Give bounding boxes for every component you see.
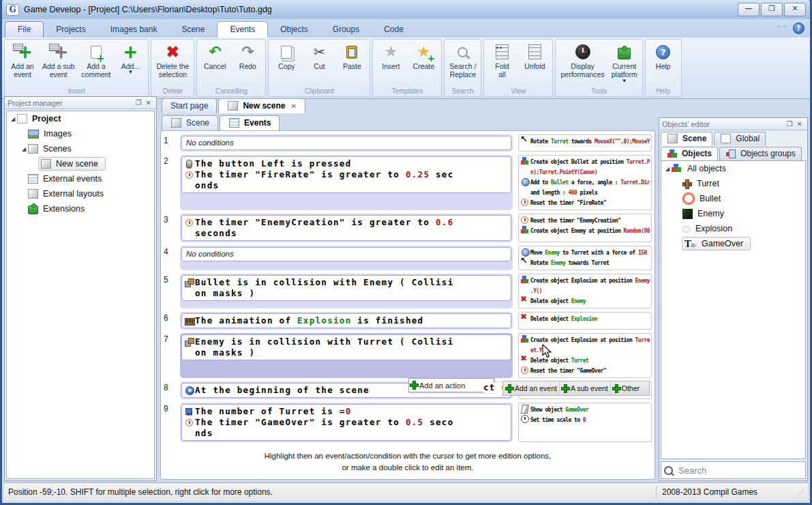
ribbon-button-help[interactable]: ?Help bbox=[647, 41, 680, 70]
tree-item-scenes[interactable]: ◢Scenes bbox=[7, 141, 154, 156]
ribbon-tab-groups[interactable]: Groups bbox=[320, 22, 372, 38]
event-condition[interactable]: The timer "EnemyCreation" is greater to … bbox=[185, 217, 508, 239]
tree-item-images[interactable]: Images bbox=[7, 126, 154, 141]
event-action[interactable]: Delete object Explosion bbox=[520, 314, 650, 324]
resize-grip[interactable]: ⋰ bbox=[798, 489, 808, 495]
tree-item-bullet[interactable]: Bullet bbox=[661, 191, 805, 206]
objects-search[interactable] bbox=[661, 461, 806, 479]
event-condition[interactable]: At the beginning of the scene bbox=[185, 385, 508, 396]
ribbon-tab-code[interactable]: Code bbox=[372, 22, 416, 38]
tree-item-external-events[interactable]: External events bbox=[7, 171, 154, 186]
tree-item-new-scene[interactable]: New scene bbox=[7, 156, 154, 171]
event-action[interactable]: Rotate Enemy towards Turret bbox=[520, 258, 650, 268]
event-actions[interactable]: Move Enemy to Turret with a force of 150… bbox=[518, 246, 652, 270]
ribbon-button-cancel[interactable]: ↶Cancel bbox=[198, 41, 231, 70]
ribbon-tab-objects[interactable]: Objects bbox=[268, 22, 320, 38]
ribbon-tab-events[interactable]: Events bbox=[217, 21, 268, 38]
tree-item-enemy[interactable]: Enemy bbox=[661, 206, 805, 221]
event-action[interactable]: Reset the timer "FireRate" bbox=[520, 198, 650, 208]
ribbon-button-fold-all[interactable]: Fold all bbox=[485, 41, 518, 79]
document-tab-new-scene[interactable]: New scene✕ bbox=[218, 98, 305, 113]
event-action[interactable]: Delete object Turret bbox=[520, 356, 650, 366]
conditions-box[interactable]: The number of Turret is =0The timer "Gam… bbox=[181, 404, 511, 441]
event-conditions[interactable]: At the beginning of the scene bbox=[180, 381, 513, 399]
conditions-box[interactable]: Enemy is in collision with Turret ( Coll… bbox=[181, 334, 511, 360]
ribbon-button-redo[interactable]: ↷Redo bbox=[231, 41, 264, 70]
tab-global[interactable]: Global bbox=[714, 132, 766, 145]
event-actions[interactable]: Create object Explosion at position Turr… bbox=[518, 333, 652, 378]
close-tab-icon[interactable]: ✕ bbox=[290, 102, 296, 110]
ribbon-button-delete-the-selection[interactable]: ✖Delete the selection bbox=[153, 41, 192, 79]
ribbon-button-search-replace[interactable]: Search / Replace bbox=[446, 41, 479, 79]
editor-tab-scene[interactable]: Scene bbox=[162, 115, 218, 130]
ribbon-button-insert[interactable]: ★Insert bbox=[374, 41, 407, 70]
collapse-ribbon-icon[interactable]: ⌃⌃ bbox=[776, 25, 787, 32]
tree-item-turret[interactable]: Turret bbox=[661, 176, 805, 191]
search-input[interactable] bbox=[677, 465, 802, 476]
event-action[interactable]: Set time scale to 0 bbox=[520, 415, 650, 425]
event-condition[interactable]: The number of Turret is =0 bbox=[185, 406, 508, 417]
conditions-box[interactable]: Bullet is in collision with Enemy ( Coll… bbox=[181, 275, 511, 301]
event-conditions[interactable]: No conditions bbox=[180, 246, 513, 270]
event-condition[interactable]: Bullet is in collision with Enemy ( Coll… bbox=[185, 277, 508, 299]
ribbon-button-add-a-sub-event[interactable]: +Add a sub event bbox=[39, 41, 78, 79]
event-action[interactable]: Delete object Enemy bbox=[520, 296, 650, 306]
expander-icon[interactable]: ◢ bbox=[10, 116, 16, 122]
ribbon-tab-images-bank[interactable]: Images bank bbox=[98, 22, 170, 38]
event-conditions[interactable]: The timer "EnemyCreation" is greater to … bbox=[180, 214, 513, 242]
ribbon-button-paste[interactable]: Paste bbox=[335, 41, 368, 70]
tree-item-explosion[interactable]: Explosion bbox=[661, 221, 805, 236]
event-action[interactable]: Add to Bullet a force, angle : Turret.Di… bbox=[520, 177, 650, 198]
conditions-box[interactable]: At the beginning of the scene bbox=[181, 383, 511, 398]
ribbon-button-add-a-comment[interactable]: Add a comment bbox=[78, 41, 114, 79]
event-conditions[interactable]: The animation of Explosion is finished bbox=[180, 312, 513, 330]
event-condition[interactable]: The timer "FireRate" is greater to 0.25 … bbox=[185, 169, 508, 191]
event-action[interactable]: Reset the timer "GameOver" bbox=[520, 366, 650, 376]
ribbon-button-add-an-event[interactable]: +Add an event bbox=[6, 41, 39, 79]
event-action[interactable]: Create object Explosion at position Turr… bbox=[520, 335, 650, 356]
document-tab-start-page[interactable]: Start page bbox=[162, 98, 217, 113]
event-conditions[interactable]: Bullet is in collision with Enemy ( Coll… bbox=[180, 274, 513, 308]
tree-item-gameover[interactable]: Te›GameOver bbox=[661, 236, 805, 251]
event-conditions[interactable]: The button Left is pressedThe timer "Fir… bbox=[180, 155, 513, 210]
ribbon-button-copy[interactable]: Copy bbox=[270, 41, 303, 70]
event-actions[interactable]: Delete object Explosion bbox=[518, 312, 652, 330]
event-actions[interactable]: Create object Explosion at position Enem… bbox=[518, 274, 652, 308]
title-bar[interactable]: G Game Develop - [Project] C:\Users\Flor… bbox=[2, 0, 810, 19]
event-action[interactable]: Reset the timer "EnemyCreation" bbox=[520, 216, 650, 226]
event-conditions[interactable]: The number of Turret is =0The timer "Gam… bbox=[180, 403, 513, 442]
tree-item-all-objects[interactable]: ◢All objects bbox=[661, 161, 805, 176]
event-conditions[interactable]: Enemy is in collision with Turret ( Coll… bbox=[180, 333, 513, 378]
tab-objects[interactable]: Objects bbox=[661, 147, 718, 160]
ribbon-button-add[interactable]: +Add...▼ bbox=[114, 41, 147, 74]
tab-objects-groups[interactable]: Objects groups bbox=[719, 147, 802, 160]
event-condition[interactable]: Enemy is in collision with Turret ( Coll… bbox=[185, 336, 508, 358]
event-actions[interactable]: Show object GameOverSet time scale to 0 bbox=[518, 403, 652, 442]
event-action[interactable]: Create object Enemy at position Random(8… bbox=[520, 226, 650, 236]
ribbon-button-display-performances[interactable]: Display performances bbox=[557, 41, 607, 79]
event-actions[interactable] bbox=[518, 381, 652, 399]
ribbon-tab-file[interactable]: File bbox=[5, 21, 44, 38]
ribbon-button-cut[interactable]: ✂Cut bbox=[303, 41, 335, 70]
event-action[interactable]: Create object Bullet at position Turret.… bbox=[520, 157, 650, 177]
ribbon-button-current-platform[interactable]: Current platform▼ bbox=[608, 41, 641, 83]
panel-float-icon[interactable]: ❒ bbox=[785, 121, 795, 128]
ribbon-tab-scene[interactable]: Scene bbox=[169, 22, 217, 38]
tree-item-extensions[interactable]: Extensions bbox=[7, 201, 154, 216]
conditions-box[interactable]: No conditions bbox=[181, 247, 511, 261]
event-action[interactable]: Move Enemy to Turret with a force of 150… bbox=[520, 248, 650, 258]
expander-icon[interactable]: ◢ bbox=[20, 146, 27, 152]
conditions-box[interactable]: The animation of Explosion is finished bbox=[181, 313, 511, 328]
event-action[interactable]: Show object GameOver bbox=[520, 405, 650, 415]
ribbon-tab-projects[interactable]: Projects bbox=[44, 22, 97, 38]
panel-float-icon[interactable]: ❒ bbox=[134, 100, 144, 106]
ribbon-button-create[interactable]: ★Create bbox=[407, 41, 440, 70]
event-conditions[interactable]: No conditions bbox=[180, 134, 513, 152]
event-condition[interactable]: The button Left is pressed bbox=[185, 158, 508, 169]
event-action[interactable]: Create object Explosion at position Enem… bbox=[520, 276, 650, 296]
panel-close-icon[interactable]: ✕ bbox=[144, 100, 153, 106]
tree-item-external-layouts[interactable]: External layouts bbox=[7, 186, 154, 201]
ribbon-button-unfold[interactable]: Unfold bbox=[518, 41, 551, 70]
event-actions[interactable]: Rotate Turret towards MouseX("",0);Mouse… bbox=[518, 134, 652, 152]
panel-close-icon[interactable]: ✕ bbox=[795, 121, 805, 128]
